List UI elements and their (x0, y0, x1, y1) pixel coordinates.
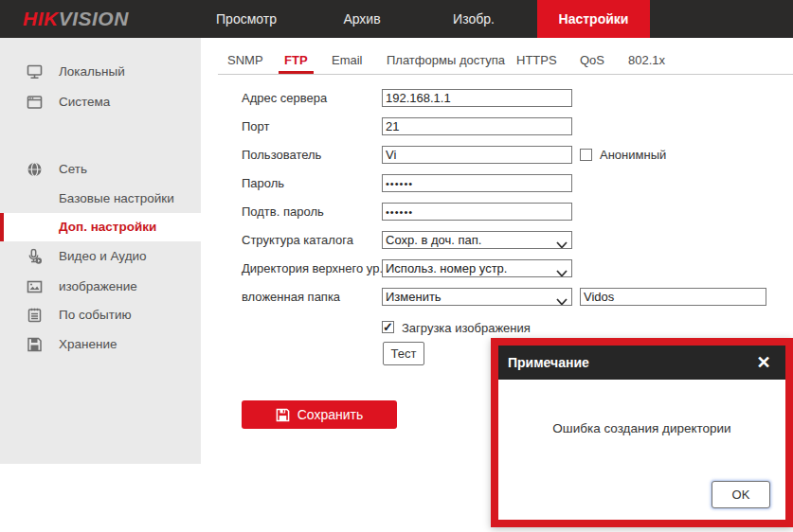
sidebar-item-label: По событию (59, 301, 132, 329)
tab-platform-access[interactable]: Платформы доступа (381, 49, 511, 74)
subfolder-label: вложенная папка (242, 288, 340, 306)
confirm-password-label: Подтв. пароль (242, 203, 324, 221)
directory-structure-select[interactable]: Сохр. в доч. пап. (382, 231, 572, 249)
storage-icon (27, 337, 43, 353)
sidebar-item-event[interactable]: По событию (0, 301, 201, 329)
note-dialog: Примечание ✕ Ошибка создания директории … (491, 338, 793, 527)
server-address-input[interactable] (382, 89, 572, 107)
anonymous-checkbox[interactable] (580, 149, 592, 161)
sidebar-item-storage[interactable]: Хранение (0, 330, 201, 359)
sidebar-item-label: Доп. настройки (59, 213, 156, 241)
subfolder-select-value: Изменить (386, 290, 442, 304)
sidebar: Локальный Система Сеть Базовые настройки… (0, 38, 201, 464)
topnav-settings[interactable]: Настройки (537, 0, 650, 38)
ok-button[interactable]: OK (712, 481, 770, 508)
sidebar-item-label: Хранение (59, 330, 117, 359)
monitor-icon (27, 64, 43, 80)
window-icon (27, 95, 43, 111)
logo-hik: HIK (23, 8, 59, 29)
tab-qos[interactable]: QoS (574, 49, 610, 74)
parent-directory-select[interactable]: Использ. номер устр. (382, 259, 572, 277)
tab-https[interactable]: HTTPS (511, 49, 563, 74)
save-button-label: Сохранить (297, 407, 364, 422)
chevron-down-icon (556, 293, 568, 301)
topnav-live-view[interactable]: Просмотр (199, 0, 294, 38)
note-dialog-title: Примечание (508, 346, 589, 380)
parent-directory-label: Директория верхнего ур... (242, 259, 389, 277)
sidebar-item-advanced-settings[interactable]: Доп. настройки (0, 213, 201, 241)
test-button[interactable]: Тест (383, 342, 424, 365)
port-label: Порт (242, 117, 269, 135)
hikvision-logo: HIKVISION (23, 0, 129, 38)
sidebar-item-video-audio[interactable]: Видео и Аудио (0, 242, 201, 271)
anonymous-label: Анонимный (600, 149, 666, 162)
sidebar-item-local[interactable]: Локальный (0, 58, 201, 86)
chevron-down-icon (556, 237, 568, 244)
subfolder-select[interactable]: Изменить (382, 288, 572, 306)
save-disk-icon (276, 408, 290, 422)
parent-directory-value: Использ. номер устр. (386, 261, 507, 275)
microphone-icon (27, 249, 43, 265)
save-button[interactable]: Сохранить (242, 400, 397, 429)
event-icon (27, 308, 43, 324)
confirm-password-input[interactable] (382, 203, 572, 221)
sidebar-item-label: Система (59, 88, 110, 116)
note-dialog-message: Ошибка создания директории (498, 421, 785, 435)
chevron-down-icon (556, 265, 568, 273)
server-address-label: Адрес сервера (242, 89, 327, 107)
sidebar-item-system[interactable]: Система (0, 88, 201, 116)
sidebar-item-label: изображение (59, 273, 137, 301)
port-input[interactable] (382, 117, 572, 135)
sidebar-item-network[interactable]: Сеть (0, 155, 201, 184)
image-icon (27, 279, 43, 295)
topnav-playback[interactable]: Архив (315, 0, 409, 38)
close-icon[interactable]: ✕ (753, 352, 774, 373)
password-input[interactable] (382, 174, 572, 192)
directory-structure-value: Сохр. в доч. пап. (386, 233, 481, 247)
note-dialog-body: Ошибка создания директории OK (498, 380, 785, 520)
upload-picture-label: Загрузка изображения (402, 322, 531, 335)
user-label: Пользователь (242, 146, 321, 164)
sidebar-item-label: Локальный (59, 58, 125, 86)
tabs-divider (218, 74, 793, 75)
note-dialog-header: Примечание ✕ (498, 346, 785, 380)
globe-icon (27, 162, 43, 178)
upload-picture-checkbox[interactable] (382, 321, 394, 333)
sidebar-item-label: Сеть (59, 155, 87, 184)
sidebar-item-basic-settings[interactable]: Базовые настройки (0, 185, 201, 213)
top-header-bar: HIKVISION Просмотр Архив Изобр. Настройк… (0, 0, 793, 38)
password-label: Пароль (242, 174, 284, 192)
logo-vision: VISION (59, 8, 129, 29)
sidebar-item-image[interactable]: изображение (0, 273, 201, 301)
sidebar-item-label: Базовые настройки (59, 185, 174, 213)
topnav-picture[interactable]: Изобр. (426, 0, 521, 38)
tab-email[interactable]: Email (326, 49, 369, 74)
tab-8021x[interactable]: 802.1x (622, 49, 671, 74)
tab-snmp[interactable]: SNMP (222, 49, 269, 74)
user-input[interactable] (382, 146, 572, 164)
subfolder-name-input[interactable] (580, 288, 766, 306)
sidebar-item-label: Видео и Аудио (59, 242, 147, 271)
directory-structure-label: Структура каталога (242, 231, 353, 249)
tab-ftp[interactable]: FTP (279, 49, 314, 74)
